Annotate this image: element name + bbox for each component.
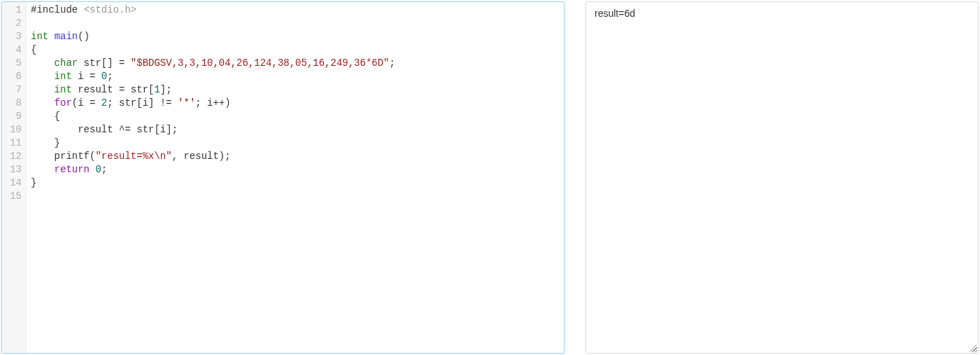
line-number: 8 [2, 97, 26, 110]
code-token: 2 [101, 97, 107, 109]
code-token: ; [390, 57, 395, 69]
code-token: #include [31, 4, 84, 15]
code-token: for [55, 97, 72, 109]
line-number: 9 [2, 110, 26, 123]
code-area[interactable]: #include <stdio.h> int main(){ char str[… [27, 2, 564, 353]
code-token: result ^= str[i]; [31, 124, 178, 135]
code-token [31, 57, 55, 69]
code-token [31, 71, 55, 82]
code-line[interactable]: printf("result=%x\n", result); [31, 150, 561, 163]
line-number: 5 [2, 57, 26, 70]
code-token: { [31, 111, 60, 122]
code-token [48, 31, 54, 42]
code-token: ; [101, 164, 107, 175]
code-token: ]; [160, 84, 172, 95]
code-line[interactable]: int result = str[1]; [31, 83, 561, 97]
code-line[interactable] [31, 190, 561, 203]
line-number: 4 [2, 43, 26, 57]
code-token: , result); [172, 151, 231, 162]
code-token: printf( [31, 151, 95, 162]
code-token [31, 164, 55, 175]
code-token: ; str[i] != [107, 97, 178, 109]
output-panel[interactable]: result=6d [585, 1, 979, 354]
code-token: '*' [178, 97, 195, 109]
code-token: return [55, 164, 90, 175]
code-line[interactable]: for(i = 2; str[i] != '*'; i++) [31, 97, 561, 110]
code-token: "$BDGSV,3,3,10,04,26,124,38,05,16,249,36… [131, 57, 390, 69]
code-line[interactable]: } [31, 176, 561, 190]
code-token: str[] = [78, 57, 131, 69]
code-line[interactable]: { [31, 43, 561, 57]
output-text: result=6d [595, 8, 635, 19]
code-line[interactable]: int i = 0; [31, 70, 561, 83]
code-line[interactable]: #include <stdio.h> [31, 4, 561, 17]
code-token: } [31, 177, 36, 188]
code-token: int [31, 31, 48, 42]
line-number: 15 [2, 190, 26, 203]
code-token [31, 97, 55, 109]
line-number: 2 [2, 17, 26, 30]
code-line[interactable]: } [31, 137, 561, 150]
code-token: char [55, 57, 78, 69]
code-token: 1 [154, 84, 159, 95]
code-token: i = [72, 71, 101, 82]
code-line[interactable]: result ^= str[i]; [31, 123, 561, 137]
line-number: 13 [2, 163, 26, 176]
code-token: } [31, 137, 60, 148]
code-line[interactable] [31, 17, 561, 30]
code-token: ; [107, 71, 113, 82]
line-number: 10 [2, 123, 26, 137]
code-token: result = str[ [72, 84, 155, 95]
code-token: int [55, 84, 72, 95]
code-token: ; i++) [195, 97, 230, 109]
code-token: int [55, 71, 72, 82]
line-number: 6 [2, 70, 26, 83]
code-token: 0 [101, 71, 107, 82]
code-token: { [31, 44, 36, 55]
line-number: 14 [2, 176, 26, 190]
code-line[interactable]: { [31, 110, 561, 123]
line-number: 3 [2, 30, 26, 43]
line-number-gutter: 123456789101112131415 [2, 2, 27, 353]
code-token: <stdio.h> [84, 4, 137, 15]
code-editor[interactable]: 123456789101112131415 #include <stdio.h>… [1, 1, 564, 354]
code-token: 0 [95, 164, 101, 175]
line-number: 12 [2, 150, 26, 163]
code-line[interactable]: return 0; [31, 163, 561, 176]
code-token: main [55, 31, 78, 42]
line-number: 11 [2, 137, 26, 150]
line-number: 7 [2, 83, 26, 97]
code-token: () [78, 31, 90, 42]
line-number: 1 [2, 4, 26, 17]
code-token: "result=%x\n" [95, 151, 171, 162]
code-token: (i = [72, 97, 101, 109]
code-token [31, 84, 55, 95]
code-line[interactable]: char str[] = "$BDGSV,3,3,10,04,26,124,38… [31, 57, 561, 70]
code-line[interactable]: int main() [31, 30, 561, 43]
